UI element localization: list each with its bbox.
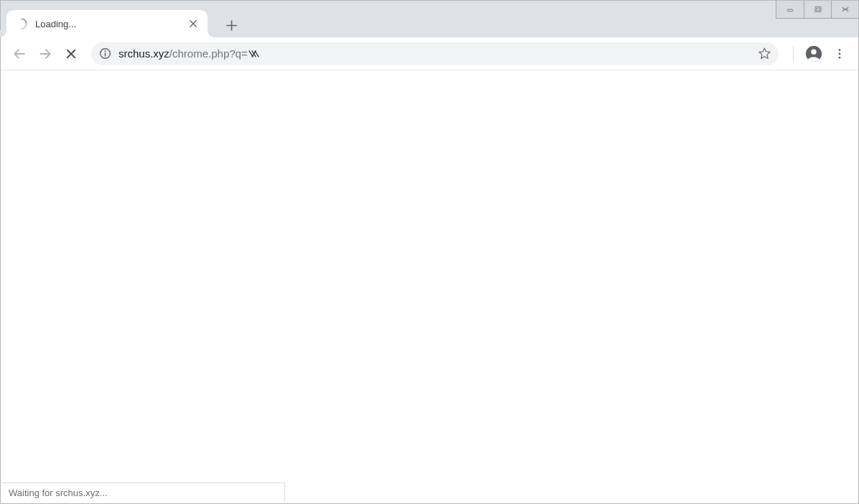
svg-point-12 xyxy=(839,49,841,51)
svg-rect-2 xyxy=(816,8,819,10)
close-window-icon xyxy=(840,5,851,14)
profile-button[interactable] xyxy=(802,42,825,65)
loading-spinner-icon xyxy=(15,17,28,30)
tab-strip: Loading... xyxy=(1,10,242,37)
plus-icon xyxy=(226,20,237,31)
close-window-button[interactable] xyxy=(831,1,858,18)
url-text: srchus.xyz/chrome.php?q= xyxy=(119,47,750,60)
star-icon xyxy=(758,47,771,60)
svg-rect-5 xyxy=(104,52,106,56)
kebab-menu-icon xyxy=(833,47,846,60)
bookmark-button[interactable] xyxy=(757,47,771,61)
svg-rect-0 xyxy=(787,9,793,11)
svg-point-11 xyxy=(811,49,816,54)
maximize-button[interactable] xyxy=(804,1,831,18)
status-text: Waiting for srchus.xyz... xyxy=(9,487,108,498)
svg-point-14 xyxy=(839,56,841,58)
forward-button[interactable] xyxy=(34,42,57,65)
maximize-icon xyxy=(812,5,824,14)
tab-active[interactable]: Loading... xyxy=(6,10,208,37)
window-controls xyxy=(776,1,858,19)
page-content xyxy=(1,70,858,503)
address-bar[interactable]: srchus.xyz/chrome.php?q= xyxy=(91,42,779,65)
arrow-left-icon xyxy=(12,47,27,61)
svg-point-4 xyxy=(104,50,106,52)
browser-window: Loading... xyxy=(0,0,859,504)
toolbar-separator xyxy=(793,46,794,62)
url-query-glyph xyxy=(249,49,264,59)
svg-point-13 xyxy=(839,52,841,55)
url-host: srchus.xyz xyxy=(119,47,170,60)
info-icon xyxy=(99,47,111,60)
tab-close-button[interactable] xyxy=(187,18,199,29)
stop-button[interactable] xyxy=(60,42,83,65)
minimize-button[interactable] xyxy=(776,1,804,18)
back-button[interactable] xyxy=(8,42,31,65)
new-tab-button[interactable] xyxy=(220,14,242,36)
stop-icon xyxy=(65,47,78,60)
title-bar: Loading... xyxy=(1,1,858,37)
toolbar: srchus.xyz/chrome.php?q= xyxy=(1,37,858,70)
close-icon xyxy=(190,20,197,27)
tab-title: Loading... xyxy=(35,19,180,29)
url-path: /chrome.php?q= xyxy=(170,47,248,60)
svg-rect-1 xyxy=(815,7,821,12)
profile-icon xyxy=(805,45,822,62)
menu-button[interactable] xyxy=(828,42,851,65)
arrow-right-icon xyxy=(38,47,52,61)
status-bar: Waiting for srchus.xyz... xyxy=(1,482,285,503)
site-info-button[interactable] xyxy=(98,47,111,60)
minimize-icon xyxy=(784,5,796,14)
